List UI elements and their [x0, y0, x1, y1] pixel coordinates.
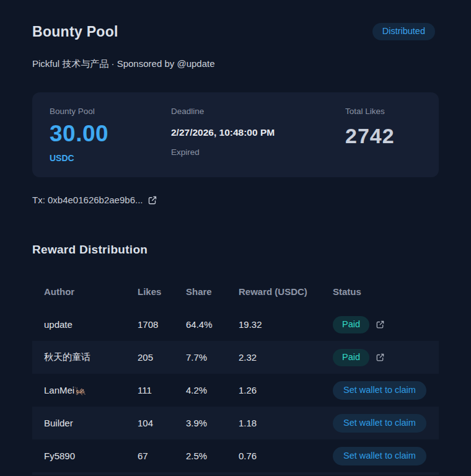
author-cell: LanMei🦗	[32, 385, 138, 396]
column-header-author: Author	[32, 286, 138, 297]
likes-cell: 205	[138, 352, 186, 363]
likes-cell: 104	[138, 418, 186, 428]
column-header-likes: Likes	[138, 286, 186, 297]
likes-cell: 1708	[138, 319, 186, 330]
table-body: update 1708 64.4% 19.32 Paid 秋天的童话 205 7…	[32, 308, 439, 472]
distributed-status-badge: Distributed	[372, 23, 435, 40]
column-header-share: Share	[186, 286, 239, 297]
bounty-pool-currency: USDC	[50, 152, 171, 164]
total-likes-value: 2742	[345, 123, 421, 149]
status-cell: Paid	[333, 349, 439, 366]
total-likes-label: Total Likes	[345, 106, 421, 117]
bounty-pool-value: 30.00	[50, 120, 171, 148]
share-cell: 4.2%	[186, 385, 239, 395]
reward-cell: 1.18	[239, 418, 333, 428]
status-cell: Set wallet to claim	[333, 381, 439, 400]
table-row: LanMei🦗 111 4.2% 1.26 Set wallet to clai…	[32, 374, 439, 407]
paid-status-badge: Paid	[333, 349, 369, 366]
reward-cell: 1.26	[239, 385, 333, 395]
stats-card: Bounty Pool 30.00 USDC Deadline 2/27/202…	[32, 92, 439, 177]
reward-distribution-table: Author Likes Share Reward (USDC) Status …	[32, 275, 439, 475]
reward-distribution-title: Reward Distribution	[32, 242, 439, 257]
author-cell: Fy5890	[32, 451, 138, 461]
external-link-icon	[147, 195, 157, 205]
paid-status-badge: Paid	[333, 316, 369, 333]
deadline-expired-status: Expired	[171, 147, 345, 158]
page-title: Bounty Pool	[32, 22, 118, 41]
page-header: Bounty Pool Distributed	[32, 22, 439, 41]
table-row-partial	[32, 472, 439, 475]
bounty-pool-label: Bounty Pool	[50, 106, 171, 117]
share-cell: 2.5%	[186, 451, 239, 461]
external-link-icon[interactable]	[376, 353, 385, 362]
table-row: Builder 104 3.9% 1.18 Set wallet to clai…	[32, 407, 439, 439]
reward-cell: 19.32	[239, 319, 333, 330]
set-wallet-to-claim-button[interactable]: Set wallet to claim	[333, 447, 426, 465]
author-cell: Builder	[32, 418, 138, 428]
transaction-link[interactable]: Tx: 0xb4e01626b2ae9b6...	[32, 194, 157, 206]
bounty-pool-page: Bounty Pool Distributed Pickful 技术与产品 · …	[0, 22, 471, 475]
reward-cell: 2.32	[239, 352, 333, 363]
column-header-status: Status	[333, 286, 439, 297]
likes-cell: 67	[138, 451, 186, 461]
reward-cell: 0.76	[239, 451, 333, 461]
table-row: update 1708 64.4% 19.32 Paid	[32, 308, 439, 341]
deadline-value: 2/27/2026, 10:48:00 PM	[171, 126, 345, 139]
table-header-row: Author Likes Share Reward (USDC) Status	[32, 275, 439, 308]
sponsor-subtitle: Pickful 技术与产品 · Sponsored by @update	[32, 58, 439, 70]
status-cell: Set wallet to claim	[333, 447, 439, 465]
status-cell: Paid	[333, 316, 439, 333]
external-link-icon[interactable]	[376, 320, 385, 329]
share-cell: 3.9%	[186, 418, 239, 428]
transaction-hash-label: Tx: 0xb4e01626b2ae9b6...	[32, 194, 143, 206]
deadline-label: Deadline	[171, 106, 345, 117]
stat-bounty-pool: Bounty Pool 30.00 USDC	[50, 106, 171, 164]
author-cell: 秋天的童话	[32, 351, 138, 363]
stat-deadline: Deadline 2/27/2026, 10:48:00 PM Expired	[171, 106, 345, 164]
column-header-reward: Reward (USDC)	[239, 286, 333, 297]
likes-cell: 111	[138, 385, 186, 395]
set-wallet-to-claim-button[interactable]: Set wallet to claim	[333, 381, 426, 400]
table-row: Fy5890 67 2.5% 0.76 Set wallet to claim	[32, 439, 439, 472]
share-cell: 64.4%	[186, 319, 239, 330]
author-cell: update	[32, 319, 138, 330]
set-wallet-to-claim-button[interactable]: Set wallet to claim	[333, 414, 426, 433]
stat-total-likes: Total Likes 2742	[345, 106, 421, 164]
status-cell: Set wallet to claim	[333, 414, 439, 433]
share-cell: 7.7%	[186, 352, 239, 363]
table-row: 秋天的童话 205 7.7% 2.32 Paid	[32, 341, 439, 374]
